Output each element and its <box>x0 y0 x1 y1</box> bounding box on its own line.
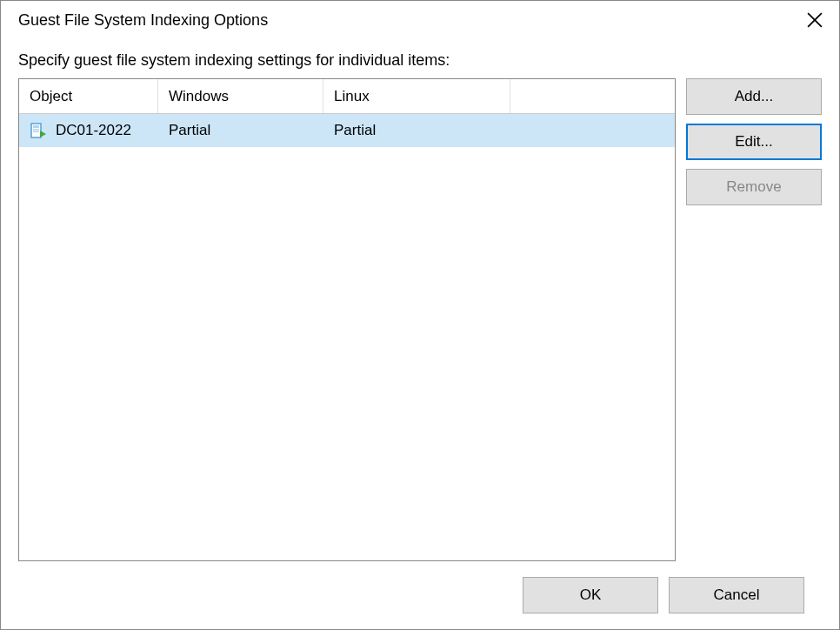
side-button-panel: Add... Edit... Remove <box>686 78 822 561</box>
edit-button[interactable]: Edit... <box>686 124 822 160</box>
remove-button: Remove <box>686 169 822 205</box>
cell-object-label: DC01-2022 <box>56 122 131 139</box>
svg-marker-6 <box>40 131 46 137</box>
close-button[interactable] <box>797 3 832 37</box>
table-body: DC01-2022 Partial Partial <box>19 114 675 560</box>
svg-rect-4 <box>33 129 39 131</box>
column-header-object[interactable]: Object <box>19 79 158 113</box>
ok-button[interactable]: OK <box>523 577 658 613</box>
cell-object: DC01-2022 <box>19 114 158 147</box>
svg-rect-5 <box>33 131 39 133</box>
cancel-button[interactable]: Cancel <box>669 577 804 613</box>
column-header-spacer <box>510 79 675 113</box>
cell-linux: Partial <box>323 114 510 147</box>
titlebar: Guest File System Indexing Options <box>1 1 839 39</box>
add-button[interactable]: Add... <box>686 78 822 115</box>
svg-rect-3 <box>33 125 39 128</box>
table-header: Object Windows Linux <box>19 79 675 114</box>
close-icon <box>807 12 823 28</box>
column-header-windows[interactable]: Windows <box>158 79 323 113</box>
column-header-linux[interactable]: Linux <box>323 79 510 113</box>
dialog-footer: OK Cancel <box>18 561 822 629</box>
description-label: Specify guest file system indexing setti… <box>18 51 822 70</box>
cell-windows: Partial <box>158 114 323 147</box>
table-row[interactable]: DC01-2022 Partial Partial <box>19 114 675 147</box>
indexing-table: Object Windows Linux DC01-20 <box>18 78 676 561</box>
vm-icon <box>30 122 47 139</box>
dialog-title: Guest File System Indexing Options <box>18 11 268 30</box>
